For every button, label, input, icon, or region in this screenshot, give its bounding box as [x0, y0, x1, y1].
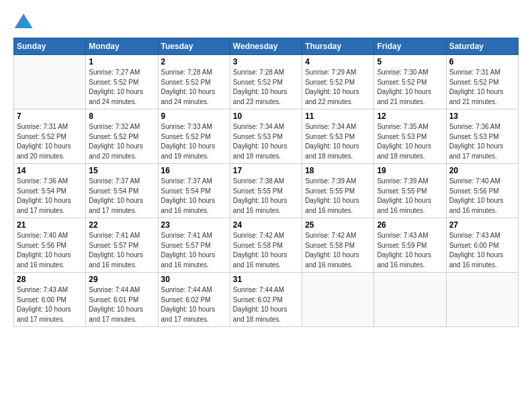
week-row-1: 1Sunrise: 7:27 AM Sunset: 5:52 PM Daylig…: [14, 55, 519, 109]
day-info: Sunrise: 7:42 AM Sunset: 5:58 PM Dayligh…: [233, 231, 299, 270]
day-info: Sunrise: 7:36 AM Sunset: 5:54 PM Dayligh…: [17, 177, 83, 216]
day-cell: 7Sunrise: 7:31 AM Sunset: 5:52 PM Daylig…: [14, 109, 86, 164]
day-cell: 2Sunrise: 7:28 AM Sunset: 5:52 PM Daylig…: [158, 55, 230, 109]
day-cell: 4Sunrise: 7:29 AM Sunset: 5:52 PM Daylig…: [302, 55, 374, 109]
day-info: Sunrise: 7:27 AM Sunset: 5:52 PM Dayligh…: [89, 68, 154, 107]
day-info: Sunrise: 7:39 AM Sunset: 5:55 PM Dayligh…: [305, 177, 371, 216]
weekday-header-wednesday: Wednesday: [230, 38, 302, 55]
day-info: Sunrise: 7:37 AM Sunset: 5:54 PM Dayligh…: [161, 177, 227, 216]
day-cell: 30Sunrise: 7:44 AM Sunset: 6:02 PM Dayli…: [158, 273, 230, 327]
day-info: Sunrise: 7:36 AM Sunset: 5:53 PM Dayligh…: [449, 122, 515, 161]
day-info: Sunrise: 7:38 AM Sunset: 5:55 PM Dayligh…: [233, 177, 299, 216]
day-cell: 1Sunrise: 7:27 AM Sunset: 5:52 PM Daylig…: [86, 55, 158, 109]
day-number: 10: [233, 111, 299, 121]
day-cell: 10Sunrise: 7:34 AM Sunset: 5:53 PM Dayli…: [230, 109, 302, 164]
day-info: Sunrise: 7:35 AM Sunset: 5:53 PM Dayligh…: [377, 122, 443, 161]
logo: [13, 12, 36, 31]
day-number: 30: [161, 275, 227, 284]
day-info: Sunrise: 7:39 AM Sunset: 5:55 PM Dayligh…: [377, 177, 443, 216]
day-number: 14: [17, 166, 83, 175]
day-cell: [374, 273, 446, 327]
day-info: Sunrise: 7:28 AM Sunset: 5:52 PM Dayligh…: [233, 68, 299, 107]
day-info: Sunrise: 7:31 AM Sunset: 5:52 PM Dayligh…: [17, 122, 83, 161]
day-number: 17: [233, 166, 299, 175]
day-cell: [302, 273, 374, 327]
day-info: Sunrise: 7:29 AM Sunset: 5:52 PM Dayligh…: [305, 68, 371, 107]
day-number: 21: [17, 220, 83, 230]
day-cell: 12Sunrise: 7:35 AM Sunset: 5:53 PM Dayli…: [374, 109, 446, 164]
day-info: Sunrise: 7:40 AM Sunset: 5:56 PM Dayligh…: [449, 177, 515, 216]
day-cell: 3Sunrise: 7:28 AM Sunset: 5:52 PM Daylig…: [230, 55, 302, 109]
day-cell: [14, 55, 86, 109]
day-info: Sunrise: 7:41 AM Sunset: 5:57 PM Dayligh…: [161, 231, 227, 270]
day-number: 26: [377, 220, 443, 230]
day-info: Sunrise: 7:43 AM Sunset: 6:00 PM Dayligh…: [449, 231, 515, 270]
day-info: Sunrise: 7:30 AM Sunset: 5:52 PM Dayligh…: [377, 68, 443, 107]
day-cell: 17Sunrise: 7:38 AM Sunset: 5:55 PM Dayli…: [230, 164, 302, 218]
day-info: Sunrise: 7:34 AM Sunset: 5:53 PM Dayligh…: [233, 122, 299, 161]
weekday-header-friday: Friday: [374, 38, 446, 55]
day-number: 20: [449, 166, 515, 175]
day-number: 8: [89, 111, 154, 121]
weekday-header-monday: Monday: [86, 38, 158, 55]
day-info: Sunrise: 7:41 AM Sunset: 5:57 PM Dayligh…: [89, 231, 154, 270]
day-number: 31: [233, 275, 299, 284]
day-cell: 28Sunrise: 7:43 AM Sunset: 6:00 PM Dayli…: [14, 273, 86, 327]
day-cell: 9Sunrise: 7:33 AM Sunset: 5:52 PM Daylig…: [158, 109, 230, 164]
day-cell: 6Sunrise: 7:31 AM Sunset: 5:52 PM Daylig…: [446, 55, 518, 109]
day-number: 15: [89, 166, 154, 175]
day-cell: 11Sunrise: 7:34 AM Sunset: 5:53 PM Dayli…: [302, 109, 374, 164]
day-number: 9: [161, 111, 227, 121]
day-number: 6: [449, 57, 515, 66]
page: SundayMondayTuesdayWednesdayThursdayFrid…: [0, 0, 532, 411]
day-cell: 24Sunrise: 7:42 AM Sunset: 5:58 PM Dayli…: [230, 218, 302, 273]
day-info: Sunrise: 7:34 AM Sunset: 5:53 PM Dayligh…: [305, 122, 371, 161]
day-cell: 31Sunrise: 7:44 AM Sunset: 6:02 PM Dayli…: [230, 273, 302, 327]
day-number: 22: [89, 220, 154, 230]
day-number: 18: [305, 166, 371, 175]
day-info: Sunrise: 7:42 AM Sunset: 5:58 PM Dayligh…: [305, 231, 371, 270]
calendar-table: SundayMondayTuesdayWednesdayThursdayFrid…: [13, 38, 519, 327]
day-info: Sunrise: 7:44 AM Sunset: 6:02 PM Dayligh…: [233, 285, 299, 324]
day-info: Sunrise: 7:43 AM Sunset: 5:59 PM Dayligh…: [377, 231, 443, 270]
header: [13, 12, 519, 31]
day-number: 2: [161, 57, 227, 66]
day-number: 4: [305, 57, 371, 66]
day-number: 28: [17, 275, 83, 284]
day-info: Sunrise: 7:43 AM Sunset: 6:00 PM Dayligh…: [17, 285, 83, 324]
day-number: 11: [305, 111, 371, 121]
day-info: Sunrise: 7:44 AM Sunset: 6:01 PM Dayligh…: [89, 285, 154, 324]
weekday-header-saturday: Saturday: [446, 38, 518, 55]
day-cell: 23Sunrise: 7:41 AM Sunset: 5:57 PM Dayli…: [158, 218, 230, 273]
week-row-5: 28Sunrise: 7:43 AM Sunset: 6:00 PM Dayli…: [14, 273, 519, 327]
day-cell: 16Sunrise: 7:37 AM Sunset: 5:54 PM Dayli…: [158, 164, 230, 218]
day-number: 5: [377, 57, 443, 66]
day-info: Sunrise: 7:33 AM Sunset: 5:52 PM Dayligh…: [161, 122, 227, 161]
day-cell: 5Sunrise: 7:30 AM Sunset: 5:52 PM Daylig…: [374, 55, 446, 109]
day-number: 27: [449, 220, 515, 230]
day-info: Sunrise: 7:31 AM Sunset: 5:52 PM Dayligh…: [449, 68, 515, 107]
day-number: 7: [17, 111, 83, 121]
day-info: Sunrise: 7:32 AM Sunset: 5:52 PM Dayligh…: [89, 122, 154, 161]
day-number: 19: [377, 166, 443, 175]
day-cell: 8Sunrise: 7:32 AM Sunset: 5:52 PM Daylig…: [86, 109, 158, 164]
day-number: 12: [377, 111, 443, 121]
day-info: Sunrise: 7:28 AM Sunset: 5:52 PM Dayligh…: [161, 68, 227, 107]
day-cell: 15Sunrise: 7:37 AM Sunset: 5:54 PM Dayli…: [86, 164, 158, 218]
week-row-4: 21Sunrise: 7:40 AM Sunset: 5:56 PM Dayli…: [14, 218, 519, 273]
day-cell: 14Sunrise: 7:36 AM Sunset: 5:54 PM Dayli…: [14, 164, 86, 218]
day-number: 13: [449, 111, 515, 121]
logo-icon: [13, 12, 34, 31]
week-row-3: 14Sunrise: 7:36 AM Sunset: 5:54 PM Dayli…: [14, 164, 519, 218]
day-cell: 26Sunrise: 7:43 AM Sunset: 5:59 PM Dayli…: [374, 218, 446, 273]
weekday-header-tuesday: Tuesday: [158, 38, 230, 55]
day-info: Sunrise: 7:40 AM Sunset: 5:56 PM Dayligh…: [17, 231, 83, 270]
day-cell: 21Sunrise: 7:40 AM Sunset: 5:56 PM Dayli…: [14, 218, 86, 273]
week-row-2: 7Sunrise: 7:31 AM Sunset: 5:52 PM Daylig…: [14, 109, 519, 164]
day-cell: 19Sunrise: 7:39 AM Sunset: 5:55 PM Dayli…: [374, 164, 446, 218]
day-number: 16: [161, 166, 227, 175]
day-info: Sunrise: 7:37 AM Sunset: 5:54 PM Dayligh…: [89, 177, 154, 216]
day-cell: 13Sunrise: 7:36 AM Sunset: 5:53 PM Dayli…: [446, 109, 518, 164]
day-cell: 22Sunrise: 7:41 AM Sunset: 5:57 PM Dayli…: [86, 218, 158, 273]
day-cell: [446, 273, 518, 327]
